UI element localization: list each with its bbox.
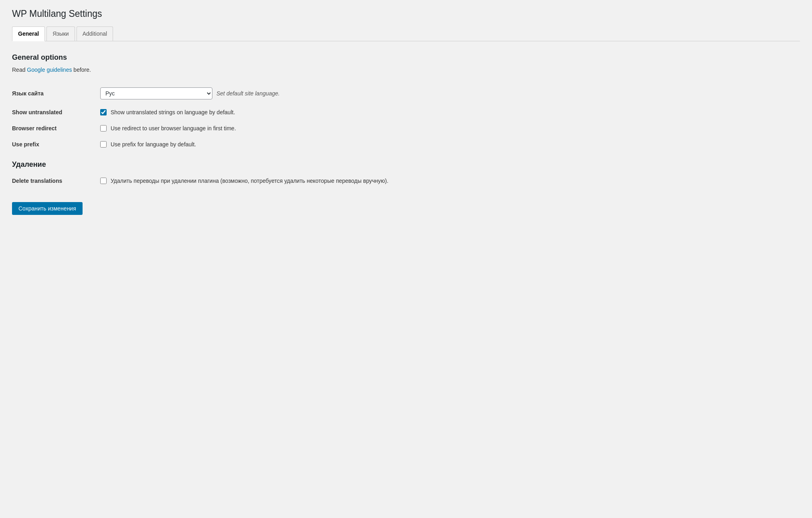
use-prefix-label: Use prefix	[12, 141, 100, 148]
delete-translations-label: Delete translations	[12, 178, 100, 184]
delete-translations-checkbox-label[interactable]: Удалить переводы при удалении плагина (в…	[111, 177, 388, 185]
show-untranslated-row: Show untranslated Show untranslated stri…	[12, 104, 800, 120]
page-title: WP Multilang Settings	[12, 8, 800, 20]
intro-text: Read Google guidelines before.	[12, 67, 800, 73]
use-prefix-row: Use prefix Use prefix for language by de…	[12, 136, 800, 152]
tabs-container: General Языки Additional	[12, 26, 800, 41]
show-untranslated-label: Show untranslated	[12, 109, 100, 115]
general-options-heading: General options	[12, 53, 800, 62]
delete-translations-checkbox[interactable]	[100, 178, 107, 184]
delete-translations-value: Удалить переводы при удалении плагина (в…	[100, 177, 800, 185]
google-guidelines-link[interactable]: Google guidelines	[27, 67, 72, 73]
browser-redirect-label: Browser redirect	[12, 125, 100, 132]
show-untranslated-checkbox-label[interactable]: Show untranslated strings on language by…	[111, 109, 235, 115]
deletion-section-heading: Удаление	[12, 160, 800, 169]
save-button[interactable]: Сохранить изменения	[12, 202, 83, 215]
browser-redirect-checkbox-label[interactable]: Use redirect to user browser language in…	[111, 125, 236, 132]
site-language-select[interactable]: Рус English Deutsch Français	[100, 87, 212, 99]
use-prefix-checkbox-label[interactable]: Use prefix for language by default.	[111, 141, 196, 148]
use-prefix-checkbox[interactable]	[100, 141, 107, 148]
delete-translations-row: Delete translations Удалить переводы при…	[12, 172, 800, 190]
tab-languages[interactable]: Языки	[46, 26, 75, 41]
browser-redirect-value: Use redirect to user browser language in…	[100, 125, 800, 132]
tab-additional[interactable]: Additional	[77, 26, 113, 41]
site-language-value: Рус English Deutsch Français Set default…	[100, 87, 800, 99]
site-language-row: Язык сайта Рус English Deutsch Français …	[12, 83, 800, 104]
intro-after: before.	[72, 67, 91, 73]
browser-redirect-checkbox[interactable]	[100, 125, 107, 132]
site-language-label: Язык сайта	[12, 90, 100, 97]
show-untranslated-value: Show untranslated strings on language by…	[100, 109, 800, 115]
site-language-description: Set default site language.	[216, 90, 280, 97]
tab-general[interactable]: General	[12, 26, 45, 41]
browser-redirect-row: Browser redirect Use redirect to user br…	[12, 120, 800, 136]
intro-before: Read	[12, 67, 27, 73]
show-untranslated-checkbox[interactable]	[100, 109, 107, 115]
content-area: General options Read Google guidelines b…	[12, 41, 800, 223]
use-prefix-value: Use prefix for language by default.	[100, 141, 800, 148]
